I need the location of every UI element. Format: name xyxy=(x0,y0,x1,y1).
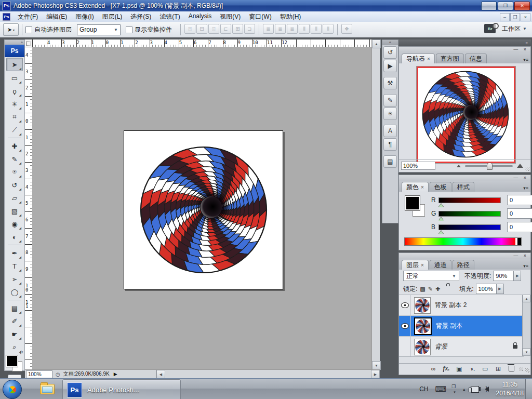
language-indicator[interactable]: CH xyxy=(419,385,428,393)
color-slider-g[interactable] xyxy=(438,211,501,217)
tab-close-icon[interactable]: × xyxy=(421,262,424,268)
minimize-button[interactable]: — xyxy=(481,2,497,10)
blend-mode-dropdown[interactable]: 正常▼ xyxy=(403,271,459,281)
group-dropdown[interactable]: Group▼ xyxy=(77,24,121,35)
new-layer-button[interactable]: ⊞ xyxy=(495,365,502,373)
layer-row[interactable]: 背景 xyxy=(399,337,524,357)
doc-restore-button[interactable]: ❐ xyxy=(510,13,520,21)
menu-item-I[interactable]: 图像(I) xyxy=(71,11,98,22)
clock[interactable]: 11:35 2016/4/18 xyxy=(496,380,524,398)
layer-thumbnail[interactable] xyxy=(414,297,431,314)
actions-panel-icon[interactable]: ▶ xyxy=(383,60,397,72)
status-zoom-input[interactable]: 100% xyxy=(26,370,52,378)
tool-presets-panel-icon[interactable]: ⚒ xyxy=(383,77,397,89)
color-value-g[interactable]: 0 xyxy=(507,208,532,219)
horizontal-ruler[interactable]: 43210123456789101112 xyxy=(32,39,372,47)
close-button[interactable]: ✕ xyxy=(514,2,530,10)
move-tool[interactable]: ➤◢ xyxy=(6,58,23,71)
panel-resize-grip[interactable] xyxy=(519,367,523,371)
horizontal-scrollbar[interactable]: ◀ ▶ xyxy=(156,370,380,378)
scroll-right-icon[interactable]: ▶ xyxy=(371,370,380,379)
panel-minimize-close-icons[interactable]: — × xyxy=(513,175,528,180)
color-value-b[interactable]: 0 xyxy=(507,222,532,232)
workspace-button[interactable]: 工作区 xyxy=(502,24,521,33)
visibility-toggle[interactable] xyxy=(399,295,411,315)
layer-name[interactable]: 背景 xyxy=(435,342,510,351)
layer-name[interactable]: 背景 副本 2 xyxy=(435,301,524,310)
vertical-scrollbar[interactable]: ▲ ▼ xyxy=(371,39,380,370)
menu-item-T[interactable]: 滤镜(T) xyxy=(155,11,184,22)
brushes-panel-icon[interactable]: ✎ xyxy=(383,94,397,107)
gradient-tool[interactable]: ▧◢ xyxy=(7,205,22,217)
slider-thumb[interactable] xyxy=(438,217,444,221)
layer-thumbnail[interactable] xyxy=(414,339,431,355)
scroll-down-icon[interactable]: ▼ xyxy=(523,348,530,356)
link-layers-button[interactable]: ∞ xyxy=(430,365,437,373)
new-group-button[interactable]: ▭ xyxy=(482,365,489,373)
bridge-icon[interactable]: Br xyxy=(484,24,496,33)
distribute-horizontal-centers-icon[interactable]: ⫴ xyxy=(311,24,322,34)
distribute-right-edges-icon[interactable]: ⫴ xyxy=(323,24,334,34)
visibility-toggle[interactable] xyxy=(399,316,411,336)
menu-item-L[interactable]: 图层(L) xyxy=(98,11,127,22)
scroll-down-icon[interactable]: ▼ xyxy=(372,361,381,370)
menu-item-E[interactable]: 编辑(E) xyxy=(42,11,71,22)
navigator-zoom-input[interactable]: 100% xyxy=(401,162,435,170)
layer-list-scrollbar[interactable]: ▲ ▼ xyxy=(522,295,530,356)
layer-style-button[interactable]: fx. xyxy=(443,365,450,373)
align-left-edges-icon[interactable]: ⊏ xyxy=(220,24,231,34)
tab-导航器[interactable]: 导航器× xyxy=(402,54,435,63)
distribute-top-edges-icon[interactable]: ≣ xyxy=(263,24,274,34)
show-hidden-icons-icon[interactable]: ▲ xyxy=(462,388,466,391)
eraser-tool[interactable]: ▱◢ xyxy=(7,192,22,204)
ruler-origin-corner[interactable] xyxy=(25,39,33,47)
align-vertical-centers-icon[interactable]: ⊟ xyxy=(196,24,207,34)
eyedropper-tool[interactable]: ✐◢ xyxy=(7,315,22,327)
lock-pixels-icon[interactable]: ✎ xyxy=(428,286,433,292)
slider-thumb[interactable] xyxy=(487,163,493,170)
panel-menu-icon[interactable]: ▾≡ xyxy=(523,57,528,62)
color-slider-b[interactable] xyxy=(438,224,501,230)
zoom-out-icon[interactable] xyxy=(457,165,461,167)
panel-resize-grip[interactable] xyxy=(525,167,529,171)
show-desktop-button[interactable] xyxy=(525,379,532,399)
menu-item-F[interactable]: 文件(F) xyxy=(14,11,42,22)
character-panel-icon[interactable]: A xyxy=(383,125,397,137)
tab-close-icon[interactable]: × xyxy=(427,56,430,62)
tab-图层[interactable]: 图层× xyxy=(402,260,429,270)
tab-色板[interactable]: 色板 xyxy=(430,182,451,192)
tab-颜色[interactable]: 颜色× xyxy=(402,182,429,192)
keyboard-icon[interactable]: ⌨ xyxy=(435,384,447,394)
layer-comps-panel-icon[interactable]: ▤ xyxy=(383,155,397,168)
panel-resize-grip[interactable] xyxy=(525,368,529,373)
auto-select-checkbox[interactable] xyxy=(25,26,32,33)
canvas-area[interactable] xyxy=(32,47,372,370)
path-selection-tool[interactable]: ➢◢ xyxy=(7,273,22,285)
history-brush-tool[interactable]: ↺◢ xyxy=(7,179,22,191)
tab-close-icon[interactable]: × xyxy=(421,184,424,190)
ime-toolbar-icon[interactable]: ❐▾ xyxy=(451,384,458,394)
hand-tool[interactable]: ☛◢ xyxy=(7,328,22,340)
tab-样式[interactable]: 样式 xyxy=(453,182,474,192)
magic-wand-tool[interactable]: ✳◢ xyxy=(7,98,22,110)
distribute-vertical-centers-icon[interactable]: ≣ xyxy=(275,24,286,34)
lock-position-icon[interactable]: ✚ xyxy=(435,286,440,292)
menu-item-W[interactable]: 窗口(W) xyxy=(245,11,275,22)
align-horizontal-centers-icon[interactable]: ⊞ xyxy=(232,24,243,34)
dock-collapse-icon[interactable]: « xyxy=(382,40,398,45)
foreground-color-swatch[interactable] xyxy=(6,355,18,367)
doc-close-button[interactable]: × xyxy=(521,13,530,21)
distribute-left-edges-icon[interactable]: ⫴ xyxy=(299,24,310,34)
rectangular-marquee-tool[interactable]: ▭◢ xyxy=(7,72,22,84)
distribute-bottom-edges-icon[interactable]: ≣ xyxy=(287,24,298,34)
crop-tool[interactable]: ⌗◢ xyxy=(7,111,22,123)
adjustment-layer-button[interactable]: ◑. xyxy=(469,365,476,373)
current-tool-icon[interactable]: ➤▾ xyxy=(3,23,19,36)
vertical-ruler[interactable]: 432101234567891011 xyxy=(25,47,33,370)
doc-minimize-button[interactable]: – xyxy=(500,13,510,21)
panel-dock-header[interactable]: » xyxy=(398,39,531,46)
slider-thumb[interactable] xyxy=(438,231,444,234)
healing-brush-tool[interactable]: ✚◢ xyxy=(7,140,22,152)
lasso-tool[interactable]: ϙ◢ xyxy=(7,85,22,97)
lock-all-icon[interactable] xyxy=(443,286,452,292)
